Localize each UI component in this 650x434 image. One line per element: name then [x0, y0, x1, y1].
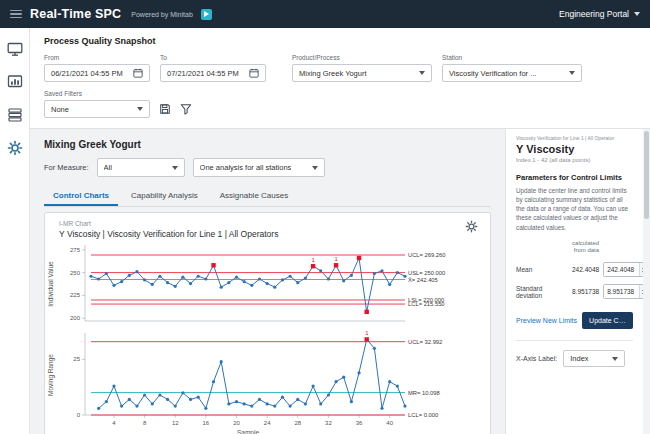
chevron-down-icon [419, 71, 425, 75]
chart-title: Y Viscosity | Viscosity Verification for… [59, 229, 278, 239]
svg-text:36: 36 [356, 420, 363, 426]
svg-text:250: 250 [70, 270, 81, 276]
chevron-down-icon [569, 71, 575, 75]
chevron-down-icon [172, 166, 178, 170]
parameters-table: calculated from data Mean 242.4048 Stand… [516, 240, 633, 300]
product-process-select[interactable]: Mixing Greek Yogurt [292, 64, 432, 82]
svg-text:20: 20 [233, 420, 240, 426]
chart-type-label: I-MR Chart [59, 220, 278, 227]
svg-text:MR= 10.098: MR= 10.098 [408, 390, 440, 396]
menu-icon[interactable] [10, 10, 22, 19]
x-axis-label: X-Axis Label: [516, 355, 557, 362]
details-divider [516, 340, 633, 341]
filter-options-button[interactable] [180, 103, 192, 115]
moving-range-chart[interactable]: 025481216202428323640SampleUCL= 32.992MR… [45, 327, 491, 434]
analysis-mode-select[interactable]: One analysis for all stations [193, 158, 325, 177]
sidebar-item-data[interactable] [6, 106, 24, 124]
chart-header: I-MR Chart Y Viscosity | Viscosity Verif… [45, 213, 490, 241]
update-control-limits-button[interactable]: Update Control Limits [582, 312, 633, 329]
std-dev-label: Standard deviation [516, 285, 568, 299]
preview-new-limits-button[interactable]: Preview New Limits [516, 317, 577, 324]
from-date-input[interactable]: 06/21/2021 04:55 PM [44, 64, 150, 82]
process-quality-snapshot-panel: Process Quality Snapshot From 06/21/2021… [30, 28, 650, 129]
svg-text:8: 8 [143, 420, 147, 426]
portal-menu-button[interactable]: Engineering Portal [559, 9, 640, 19]
chevron-down-icon [137, 107, 143, 111]
svg-text:Sample: Sample [237, 429, 259, 434]
scrollbar-thumb[interactable] [644, 131, 649, 219]
save-filter-button[interactable] [159, 103, 171, 115]
for-measure-label: For Measure: [44, 163, 89, 172]
gear-icon [465, 220, 478, 233]
svg-text:12: 12 [172, 420, 179, 426]
svg-text:40: 40 [386, 420, 393, 426]
calculated-from-data-header: calculated from data [572, 240, 599, 256]
svg-text:Individual Value: Individual Value [47, 261, 54, 307]
std-dev-input[interactable] [604, 285, 639, 298]
to-date-input[interactable]: 07/21/2021 04:55 PM [160, 64, 266, 82]
to-label: To [160, 54, 266, 61]
svg-text:UCL= 32.992: UCL= 32.992 [408, 339, 442, 345]
svg-text:275: 275 [70, 247, 81, 253]
svg-text:0: 0 [77, 412, 81, 418]
std-dev-input-wrap [603, 284, 643, 299]
x-axis-select[interactable]: Index [563, 350, 625, 367]
calendar-icon [133, 68, 143, 78]
product-process-label: Product/Process [292, 54, 432, 61]
svg-text:28: 28 [294, 420, 301, 426]
panel-title: Process Quality Snapshot [44, 36, 636, 46]
analysis-column: Mixing Greek Yogurt For Measure: All One… [30, 129, 505, 434]
app-shell: Process Quality Snapshot From 06/21/2021… [0, 28, 650, 434]
svg-text:X̄= 242.405: X̄= 242.405 [408, 277, 438, 283]
analysis-mode-value: One analysis for all stations [200, 163, 292, 172]
details-panel: Viscosity Verification for Line 1 | All … [505, 129, 643, 434]
chevron-down-icon [634, 12, 640, 16]
from-label: From [44, 54, 150, 61]
from-date-value: 06/21/2021 04:55 PM [51, 69, 123, 78]
app-root: Real-Time SPC Powered by Minitab Enginee… [0, 0, 650, 434]
limits-actions: Preview New Limits Update Control Limits [516, 312, 633, 329]
mean-label: Mean [516, 266, 568, 273]
svg-text:Moving Range: Moving Range [47, 354, 55, 396]
index-range-label: Index 1 - 42 (all data points) [516, 157, 633, 163]
svg-text:4: 4 [112, 420, 116, 426]
measure-value: All [104, 163, 112, 172]
svg-text:1: 1 [365, 330, 369, 336]
sidebar-item-settings[interactable] [6, 139, 24, 157]
station-select[interactable]: Viscosity Verification for ... [442, 64, 582, 82]
svg-text:LCL= 215.550: LCL= 215.550 [408, 301, 445, 307]
station-value: Viscosity Verification for ... [449, 69, 536, 78]
analysis-tabs: Control Charts Capability Analysis Assig… [44, 186, 491, 207]
chart-settings-button[interactable] [465, 220, 478, 233]
vertical-scrollbar[interactable] [643, 129, 650, 434]
svg-text:USL= 250.000: USL= 250.000 [408, 270, 445, 276]
sidebar-item-dashboards[interactable] [6, 73, 24, 91]
gear-icon [7, 140, 23, 156]
chart-board-icon [7, 74, 23, 90]
workspace-columns: Mixing Greek Yogurt For Measure: All One… [30, 129, 650, 434]
svg-text:25: 25 [73, 356, 80, 362]
sidebar-item-monitor[interactable] [6, 40, 24, 58]
saved-filters-select[interactable]: None [44, 100, 150, 118]
svg-text:UCL= 269.260: UCL= 269.260 [408, 252, 446, 258]
tab-capability-analysis[interactable]: Capability Analysis [122, 186, 207, 206]
top-header: Real-Time SPC Powered by Minitab Enginee… [0, 0, 650, 28]
mean-input[interactable] [604, 263, 639, 276]
process-section-title: Mixing Greek Yogurt [44, 139, 491, 150]
imr-chart-card: I-MR Chart Y Viscosity | Viscosity Verif… [44, 212, 491, 434]
tab-assignable-causes[interactable]: Assignable Causes [211, 186, 297, 206]
svg-text:1: 1 [335, 256, 339, 262]
tab-control-charts[interactable]: Control Charts [44, 186, 118, 206]
svg-text:225: 225 [70, 292, 81, 298]
mean-input-wrap [603, 262, 643, 277]
x-axis-value: Index [570, 354, 588, 363]
svg-text:24: 24 [264, 420, 271, 426]
individuals-chart[interactable]: 200225250275UCL= 269.260USL= 250.000X̄= … [45, 241, 491, 327]
measure-select[interactable]: All [97, 158, 185, 177]
svg-text:1: 1 [312, 257, 316, 263]
svg-text:200: 200 [70, 315, 81, 321]
chevron-down-icon [612, 357, 618, 361]
filter-funnel-icon [180, 103, 192, 115]
main-content: Process Quality Snapshot From 06/21/2021… [30, 28, 650, 434]
sidebar-nav [0, 28, 30, 434]
